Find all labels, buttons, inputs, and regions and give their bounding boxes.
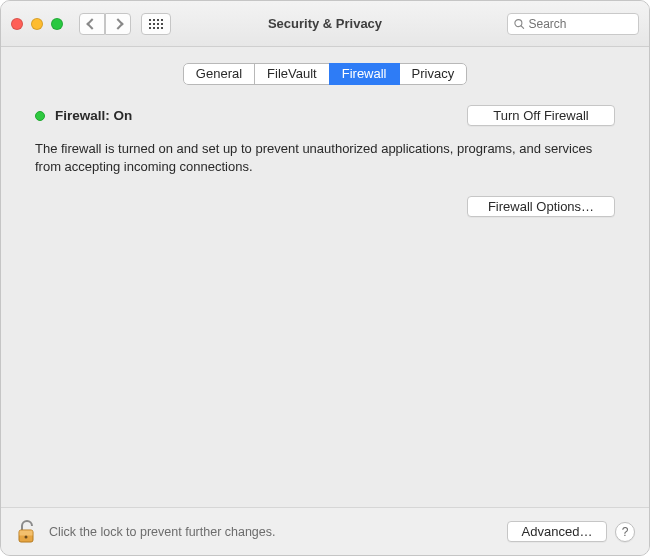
options-row: Firewall Options…: [35, 196, 615, 217]
footer-right: Advanced… ?: [507, 521, 635, 542]
minimize-window-button[interactable]: [31, 18, 43, 30]
content-area: General FileVault Firewall Privacy Firew…: [1, 47, 649, 555]
help-button[interactable]: ?: [615, 522, 635, 542]
svg-rect-11: [161, 27, 163, 29]
titlebar: Security & Privacy: [1, 1, 649, 47]
status-dot-icon: [35, 111, 45, 121]
segmented-tabs: General FileVault Firewall Privacy: [183, 63, 467, 85]
back-button[interactable]: [79, 13, 105, 35]
svg-rect-1: [153, 19, 155, 21]
lock-button[interactable]: [15, 518, 39, 546]
preferences-window: Security & Privacy General FileVault Fir…: [0, 0, 650, 556]
search-icon: [514, 18, 525, 30]
svg-point-16: [25, 535, 28, 538]
firewall-options-button[interactable]: Firewall Options…: [467, 196, 615, 217]
lock-hint-text: Click the lock to prevent further change…: [49, 525, 276, 539]
svg-rect-7: [161, 23, 163, 25]
advanced-button[interactable]: Advanced…: [507, 521, 607, 542]
tab-general[interactable]: General: [183, 63, 255, 85]
status-indicator: Firewall: On: [35, 108, 132, 123]
tab-filevault[interactable]: FileVault: [254, 63, 330, 85]
show-all-button[interactable]: [141, 13, 171, 35]
svg-line-13: [521, 25, 524, 28]
svg-rect-4: [149, 23, 151, 25]
svg-rect-5: [153, 23, 155, 25]
nav-history-group: [79, 13, 131, 35]
grid-icon: [149, 19, 163, 29]
forward-button[interactable]: [105, 13, 131, 35]
chevron-right-icon: [112, 18, 123, 29]
svg-rect-2: [157, 19, 159, 21]
search-input[interactable]: [529, 17, 632, 31]
tab-firewall[interactable]: Firewall: [329, 63, 400, 85]
tab-privacy[interactable]: Privacy: [399, 63, 468, 85]
svg-rect-9: [153, 27, 155, 29]
svg-rect-8: [149, 27, 151, 29]
close-window-button[interactable]: [11, 18, 23, 30]
unlock-icon: [17, 520, 37, 544]
status-row: Firewall: On Turn Off Firewall: [35, 105, 615, 126]
firewall-status-label: Firewall: On: [55, 108, 132, 123]
window-controls: [11, 18, 63, 30]
search-field-wrap[interactable]: [507, 13, 639, 35]
firewall-pane: Firewall: On Turn Off Firewall The firew…: [1, 105, 649, 217]
svg-rect-0: [149, 19, 151, 21]
tab-bar: General FileVault Firewall Privacy: [1, 47, 649, 105]
firewall-description: The firewall is turned on and set up to …: [35, 140, 595, 176]
footer: Click the lock to prevent further change…: [1, 507, 649, 555]
svg-rect-3: [161, 19, 163, 21]
svg-rect-6: [157, 23, 159, 25]
svg-rect-15: [20, 530, 33, 535]
svg-rect-10: [157, 27, 159, 29]
zoom-window-button[interactable]: [51, 18, 63, 30]
turn-off-firewall-button[interactable]: Turn Off Firewall: [467, 105, 615, 126]
chevron-left-icon: [86, 18, 97, 29]
